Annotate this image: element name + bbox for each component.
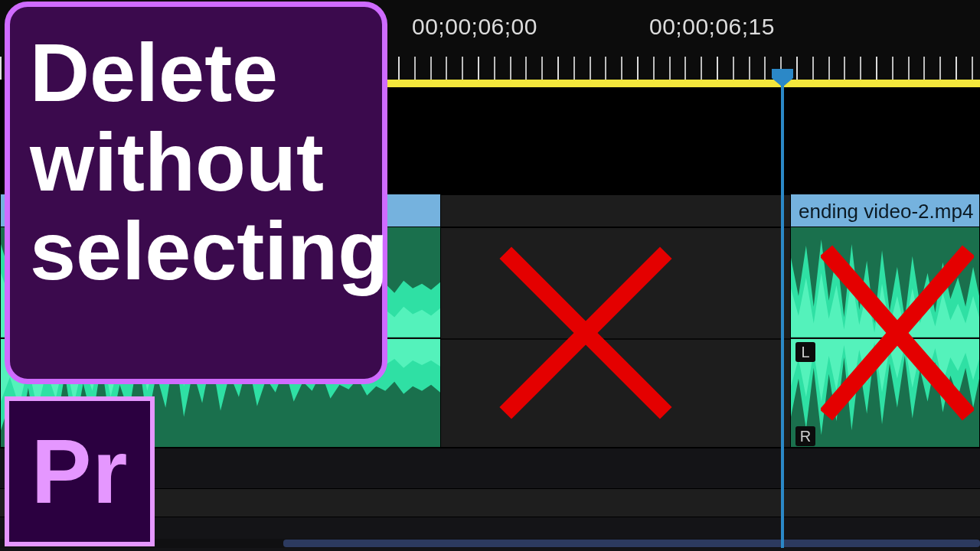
screenshot-root: { "overlay": { "title_line1": "Delete", … [0, 0, 980, 551]
clip-label: ending video-2.mp4 [V [790, 194, 980, 227]
clip-right[interactable]: ending video-2.mp4 [V L R [790, 194, 980, 448]
title-line: without [30, 116, 324, 208]
premiere-logo-text: Pr [31, 419, 129, 523]
title-line: Delete [30, 26, 278, 119]
playhead-handle[interactable] [770, 67, 795, 87]
channel-badge-l: L [795, 342, 815, 362]
title-line: selecting [30, 204, 388, 297]
timecode-label: 00;00;06;15 [649, 14, 775, 40]
title-card: Delete without selecting [5, 2, 387, 384]
work-area-bar[interactable] [318, 80, 980, 87]
premiere-logo: Pr [5, 396, 155, 546]
scrollbar-thumb[interactable] [283, 540, 980, 547]
clip-waveform: L R [790, 227, 980, 448]
timecode-label: 00;00;06;00 [412, 14, 537, 40]
playhead[interactable] [781, 77, 784, 548]
channel-badge-r: R [795, 426, 815, 446]
